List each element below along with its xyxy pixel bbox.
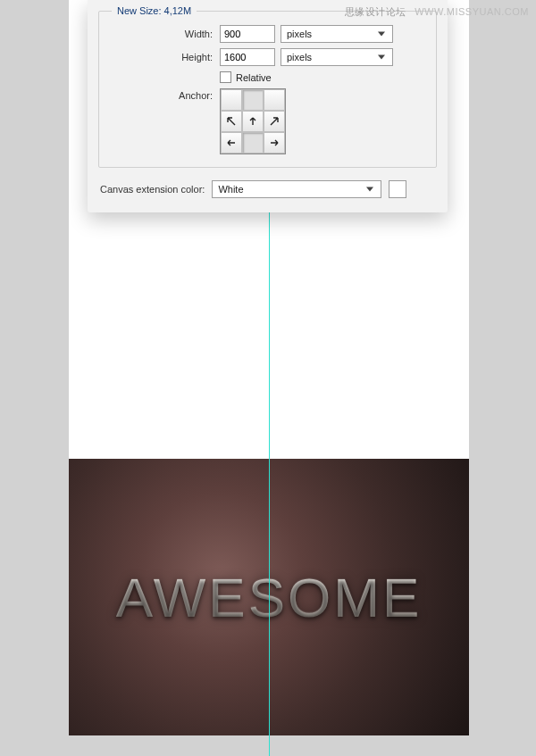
relative-label: Relative bbox=[236, 72, 272, 83]
width-unit-value: pixels bbox=[287, 29, 312, 39]
relative-row: Relative bbox=[220, 71, 423, 83]
anchor-middle-center[interactable] bbox=[242, 111, 264, 132]
chevron-down-icon bbox=[362, 181, 378, 197]
canvas-size-dialog: New Size: 4,12M Width: pixels Height: pi… bbox=[88, 0, 448, 212]
canvas-ext-swatch[interactable] bbox=[389, 180, 406, 198]
awesome-text: AWESOME bbox=[116, 566, 423, 629]
height-unit-value: pixels bbox=[287, 52, 312, 62]
arrow-right-icon bbox=[269, 137, 280, 148]
canvas-ext-select[interactable]: White bbox=[212, 180, 381, 198]
anchor-middle-right[interactable] bbox=[264, 111, 285, 132]
new-size-legend: New Size: 4,12M bbox=[112, 5, 197, 16]
anchor-bottom-right[interactable] bbox=[264, 132, 285, 154]
height-row: Height: pixels bbox=[112, 48, 423, 66]
arrow-up-right-icon bbox=[269, 116, 280, 127]
anchor-bottom-center[interactable] bbox=[242, 132, 264, 154]
new-size-fieldset: New Size: 4,12M Width: pixels Height: pi… bbox=[98, 5, 437, 168]
height-input[interactable] bbox=[220, 48, 275, 66]
anchor-middle-left[interactable] bbox=[221, 111, 242, 132]
anchor-top-center[interactable] bbox=[242, 89, 264, 111]
relative-checkbox[interactable] bbox=[220, 71, 231, 83]
anchor-top-left[interactable] bbox=[221, 89, 242, 111]
width-unit-select[interactable]: pixels bbox=[281, 25, 393, 43]
chevron-down-icon bbox=[373, 49, 389, 65]
arrow-up-icon bbox=[247, 116, 258, 127]
watermark: 思缘设计论坛 WWW.MISSYUAN.COM bbox=[345, 5, 529, 19]
canvas-artwork: AWESOME bbox=[69, 459, 469, 735]
arrow-up-left-icon bbox=[226, 116, 237, 127]
width-input[interactable] bbox=[220, 25, 275, 43]
canvas-ext-row: Canvas extension color: White bbox=[98, 180, 437, 198]
watermark-url: WWW.MISSYUAN.COM bbox=[415, 6, 529, 17]
width-label: Width: bbox=[112, 29, 214, 39]
height-label: Height: bbox=[112, 52, 214, 62]
chevron-down-icon bbox=[373, 26, 389, 42]
width-row: Width: pixels bbox=[112, 25, 423, 43]
anchor-bottom-left[interactable] bbox=[221, 132, 242, 154]
height-unit-select[interactable]: pixels bbox=[281, 48, 393, 66]
watermark-cn: 思缘设计论坛 bbox=[345, 6, 406, 17]
anchor-row: Anchor: bbox=[112, 88, 423, 154]
canvas-ext-label: Canvas extension color: bbox=[100, 184, 205, 195]
anchor-top-right[interactable] bbox=[264, 89, 285, 111]
canvas-ext-value: White bbox=[218, 184, 243, 195]
anchor-label: Anchor: bbox=[112, 88, 214, 101]
anchor-grid bbox=[220, 88, 286, 154]
arrow-left-icon bbox=[226, 137, 237, 148]
